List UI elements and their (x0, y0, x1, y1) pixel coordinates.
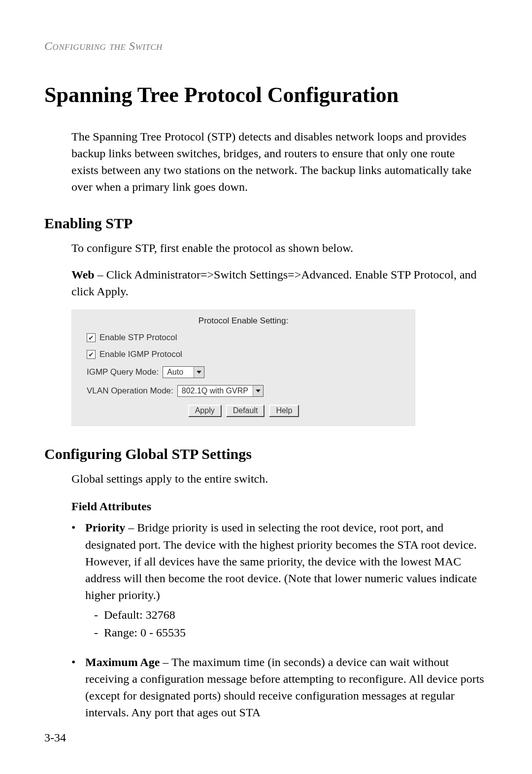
apply-button[interactable]: Apply (188, 405, 221, 417)
field-attributes-heading: Field Attributes (71, 500, 488, 513)
vlan-mode-value: 802.1Q with GVRP (178, 386, 253, 396)
attr-priority-desc: – Bridge priority is used in selecting t… (85, 521, 477, 601)
default-button[interactable]: Default (226, 405, 265, 417)
attr-priority-sublist: Default: 32768 Range: 0 - 65535 (94, 606, 488, 641)
igmp-query-label: IGMP Query Mode: (87, 367, 159, 377)
panel-buttons: Apply Default Help (81, 405, 406, 417)
vlan-mode-label: VLAN Operation Mode: (87, 386, 173, 396)
web-instruction-rest: – Click Administrator=>Switch Settings=>… (71, 268, 477, 298)
chevron-down-icon (194, 367, 204, 378)
web-instruction-bold: Web (71, 268, 95, 281)
protocol-enable-title: Protocol Enable Setting: (81, 316, 406, 326)
igmp-checkbox-row: ✔ Enable IGMP Protocol (87, 350, 406, 359)
global-stp-intro: Global settings apply to the entire swit… (71, 470, 483, 487)
igmp-query-select[interactable]: Auto (163, 366, 204, 378)
stp-checkbox-row: ✔ Enable STP Protocol (87, 333, 406, 343)
running-header: Configuring the Switch (44, 39, 488, 53)
page-title: Spanning Tree Protocol Configuration (44, 82, 488, 108)
attr-priority-range: Range: 0 - 65535 (94, 624, 488, 641)
enable-igmp-label: Enable IGMP Protocol (100, 350, 182, 359)
chevron-down-icon (253, 386, 263, 396)
enable-stp-label: Enable STP Protocol (100, 333, 177, 343)
protocol-enable-panel: Protocol Enable Setting: ✔ Enable STP Pr… (71, 310, 415, 426)
section-heading-global-stp: Configuring Global STP Settings (44, 446, 488, 462)
attr-priority-item: Priority – Bridge priority is used in se… (71, 519, 488, 641)
web-instruction: Web – Click Administrator=>Switch Settin… (71, 266, 483, 300)
attr-priority-default: Default: 32768 (94, 606, 488, 623)
igmp-query-row: IGMP Query Mode: Auto (87, 366, 406, 378)
page-number: 3-34 (44, 731, 66, 744)
svg-marker-0 (197, 371, 201, 374)
attr-maxage-item: Maximum Age – The maximum time (in secon… (71, 654, 488, 721)
attr-maxage-term: Maximum Age (85, 656, 160, 668)
enable-stp-checkbox[interactable]: ✔ (87, 333, 96, 342)
intro-paragraph: The Spanning Tree Protocol (STP) detects… (71, 128, 483, 195)
help-button[interactable]: Help (269, 405, 299, 417)
svg-marker-1 (256, 389, 261, 392)
vlan-mode-row: VLAN Operation Mode: 802.1Q with GVRP (87, 385, 406, 397)
attr-priority-term: Priority (85, 521, 125, 534)
field-attributes-list: Priority – Bridge priority is used in se… (71, 519, 488, 721)
section-heading-enabling-stp: Enabling STP (44, 215, 488, 232)
enable-igmp-checkbox[interactable]: ✔ (87, 350, 96, 359)
enabling-stp-p1: To configure STP, first enable the proto… (71, 240, 483, 256)
igmp-query-value: Auto (163, 367, 194, 378)
vlan-mode-select[interactable]: 802.1Q with GVRP (177, 385, 264, 397)
